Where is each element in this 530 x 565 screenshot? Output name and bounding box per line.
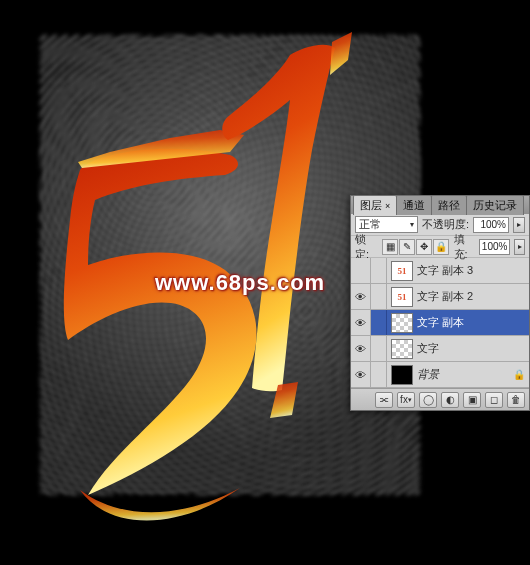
fill-label: 填充: (454, 232, 475, 262)
layer-thumbnail[interactable] (391, 339, 413, 359)
opacity-flyout[interactable]: ▸ (513, 217, 525, 233)
fill-value: 100% (482, 241, 508, 252)
fx-button[interactable]: fx▾ (397, 392, 415, 408)
layer-row[interactable]: 👁 文字 副本 (351, 310, 529, 336)
close-icon[interactable]: × (385, 201, 390, 211)
lock-fill-row: 锁定: ▦ ✎ ✥ 🔒 填充: 100% ▸ (351, 236, 529, 258)
layer-thumbnail[interactable]: 51 (391, 287, 413, 307)
layer-name[interactable]: 文字 副本 (417, 315, 529, 330)
eye-icon: 👁 (355, 317, 366, 329)
fill-input[interactable]: 100% (479, 239, 510, 255)
lock-transparency-icon[interactable]: ▦ (382, 239, 398, 255)
link-column[interactable] (371, 310, 387, 335)
layer-row[interactable]: 👁 背景 🔒 (351, 362, 529, 388)
mask-button[interactable]: ◯ (419, 392, 437, 408)
layer-name[interactable]: 文字 副本 3 (417, 263, 529, 278)
panel-tabs: 图层× 通道 路径 历史记录 (351, 196, 529, 214)
link-layers-button[interactable]: ⫘ (375, 392, 393, 408)
visibility-toggle[interactable]: 👁 (351, 362, 371, 387)
visibility-toggle[interactable]: 👁 (351, 310, 371, 335)
blend-mode-value: 正常 (359, 217, 381, 232)
layer-name[interactable]: 文字 副本 2 (417, 289, 529, 304)
layer-name[interactable]: 背景 (417, 367, 513, 382)
layer-thumbnail[interactable] (391, 313, 413, 333)
opacity-input[interactable]: 100% (473, 217, 509, 233)
lock-position-icon[interactable]: ✥ (416, 239, 432, 255)
layer-row[interactable]: 👁 51 文字 副本 2 (351, 284, 529, 310)
tab-layers[interactable]: 图层× (353, 195, 397, 215)
lock-icon: 🔒 (513, 369, 525, 380)
eye-icon: 👁 (355, 369, 366, 381)
watermark-text: www.68ps.com (155, 270, 325, 296)
visibility-toggle[interactable]: 👁 (351, 336, 371, 361)
fx-label: fx (400, 394, 408, 405)
visibility-toggle[interactable]: 👁 (351, 258, 371, 283)
layer-name[interactable]: 文字 (417, 341, 529, 356)
layers-panel: 图层× 通道 路径 历史记录 正常 ▾ 不透明度: 100% ▸ 锁定: ▦ ✎… (350, 195, 530, 411)
link-column[interactable] (371, 284, 387, 309)
lock-label: 锁定: (355, 232, 376, 262)
adjustment-button[interactable]: ◐ (441, 392, 459, 408)
link-column[interactable] (371, 362, 387, 387)
trash-button[interactable]: 🗑 (507, 392, 525, 408)
tab-paths[interactable]: 路径 (431, 195, 467, 215)
visibility-toggle[interactable]: 👁 (351, 284, 371, 309)
layer-thumbnail[interactable] (391, 365, 413, 385)
layer-row[interactable]: 👁 文字 (351, 336, 529, 362)
link-column[interactable] (371, 258, 387, 283)
lock-buttons: ▦ ✎ ✥ 🔒 (382, 239, 449, 255)
panel-footer: ⫘ fx▾ ◯ ◐ ▣ ◻ 🗑 (351, 388, 529, 410)
blend-opacity-row: 正常 ▾ 不透明度: 100% ▸ (351, 214, 529, 236)
new-layer-button[interactable]: ◻ (485, 392, 503, 408)
opacity-label: 不透明度: (422, 217, 469, 232)
chevron-down-icon: ▾ (408, 396, 412, 404)
lock-all-icon[interactable]: 🔒 (433, 239, 449, 255)
layer-row[interactable]: 👁 51 文字 副本 3 (351, 258, 529, 284)
layer-list: 👁 51 文字 副本 3 👁 51 文字 副本 2 👁 文字 副本 👁 文字 👁 (351, 258, 529, 388)
link-column[interactable] (371, 336, 387, 361)
layer-thumbnail[interactable]: 51 (391, 261, 413, 281)
tab-history[interactable]: 历史记录 (466, 195, 524, 215)
tab-channels[interactable]: 通道 (396, 195, 432, 215)
blend-mode-select[interactable]: 正常 ▾ (355, 216, 418, 233)
chevron-down-icon: ▾ (410, 220, 414, 229)
eye-icon: 👁 (355, 343, 366, 355)
opacity-value: 100% (480, 219, 506, 230)
tab-layers-label: 图层 (360, 199, 382, 211)
group-button[interactable]: ▣ (463, 392, 481, 408)
fill-flyout[interactable]: ▸ (514, 239, 525, 255)
lock-pixels-icon[interactable]: ✎ (399, 239, 415, 255)
eye-icon: 👁 (355, 291, 366, 303)
